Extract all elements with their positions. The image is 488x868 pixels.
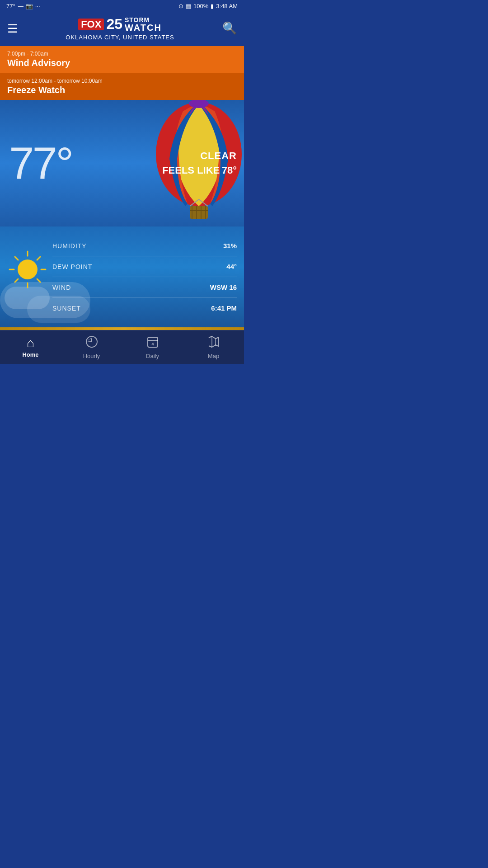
- more-icon: ···: [35, 3, 40, 9]
- sun-icon: [7, 236, 48, 290]
- status-bar: 77° ⸻ 📷 ··· ⊙ ▦ 100% ▮ 3:48 AM: [0, 0, 244, 12]
- sunset-row: SUNSET 6:41 PM: [52, 298, 237, 318]
- app-header: ☰ FOX 25 STORM WATCH OKLAHOMA CITY, UNIT…: [0, 12, 244, 46]
- map-icon: [207, 335, 221, 351]
- weather-main: 77° CLEAR FEELS LIKE 78°: [0, 100, 244, 226]
- wifi-icon: ⊙: [178, 3, 183, 9]
- wind-alert-title: Wind Advisory: [7, 58, 237, 68]
- feels-like-temp: 78°: [222, 165, 237, 176]
- nav-daily[interactable]: 4 Daily: [122, 335, 183, 359]
- temp-status: 77°: [6, 3, 15, 9]
- humidity-value: 31%: [223, 242, 237, 250]
- svg-line-15: [15, 257, 18, 260]
- photo-icon: 📷: [26, 3, 33, 9]
- hourly-icon: [85, 335, 99, 351]
- freeze-alert-title: Freeze Watch: [7, 85, 237, 95]
- freeze-watch-alert[interactable]: tomorrow 12:00am - tomorrow 10:00am Free…: [0, 73, 244, 100]
- status-right: ⊙ ▦ 100% ▮ 3:48 AM: [178, 3, 238, 9]
- wind-value: WSW 16: [210, 283, 237, 291]
- navigation-bar: ⌂ Home Hourly 4 Daily: [0, 330, 244, 364]
- signal-icon: ▦: [186, 3, 191, 9]
- hamburger-menu[interactable]: ☰: [7, 23, 18, 34]
- home-icon: ⌂: [27, 337, 34, 349]
- humidity-row: HUMIDITY 31%: [52, 236, 237, 256]
- battery-icon: ▮: [211, 3, 214, 9]
- nav-hourly[interactable]: Hourly: [61, 335, 122, 359]
- sunset-label: SUNSET: [52, 305, 81, 312]
- nav-home[interactable]: ⌂ Home: [0, 337, 61, 358]
- battery-label: 100%: [193, 3, 208, 9]
- map-label: Map: [208, 353, 219, 359]
- dewpoint-value: 44°: [226, 263, 237, 270]
- hourly-label: Hourly: [83, 353, 100, 359]
- location-label: OKLAHOMA CITY, UNITED STATES: [66, 34, 174, 41]
- time-display: 3:48 AM: [216, 3, 238, 9]
- wind-label: WIND: [52, 284, 71, 291]
- search-button[interactable]: 🔍: [222, 21, 237, 35]
- brand-number: 25: [106, 16, 122, 33]
- sunset-value: 6:41 PM: [211, 304, 237, 312]
- svg-line-17: [15, 279, 18, 282]
- details-panel: HUMIDITY 31% DEW POINT 44° WIND WSW 16 S…: [0, 226, 244, 327]
- daily-label: Daily: [146, 353, 159, 359]
- header-logo: FOX 25 STORM WATCH OKLAHOMA CITY, UNITED…: [66, 16, 174, 41]
- brand-stormwatch: STORM WATCH: [125, 17, 162, 32]
- nav-map[interactable]: Map: [183, 335, 244, 359]
- status-left: 77° ⸻ 📷 ···: [6, 3, 40, 9]
- home-label: Home: [22, 351, 38, 358]
- svg-text:4: 4: [151, 342, 154, 346]
- dewpoint-label: DEW POINT: [52, 263, 92, 270]
- wind-alert-time: 7:00pm - 7:00am: [7, 51, 237, 57]
- feels-like-display: FEELS LIKE 78°: [162, 165, 237, 176]
- dropbox-icon: ⸻: [18, 3, 23, 9]
- svg-rect-2: [190, 206, 208, 219]
- feels-like-label: FEELS LIKE: [162, 165, 220, 176]
- current-temp: 77°: [9, 141, 72, 186]
- humidity-label: HUMIDITY: [52, 242, 87, 250]
- daily-icon: 4: [146, 335, 160, 351]
- svg-point-10: [18, 259, 38, 279]
- details-table: HUMIDITY 31% DEW POINT 44° WIND WSW 16 S…: [52, 236, 237, 318]
- temperature-display: 77°: [0, 127, 81, 199]
- svg-line-18: [37, 279, 40, 282]
- freeze-alert-time: tomorrow 12:00am - tomorrow 10:00am: [7, 78, 237, 84]
- condition-section: CLEAR FEELS LIKE 78°: [162, 150, 237, 176]
- condition-label: CLEAR: [162, 150, 237, 162]
- dewpoint-row: DEW POINT 44°: [52, 256, 237, 277]
- wind-advisory-alert[interactable]: 7:00pm - 7:00am Wind Advisory: [0, 46, 244, 73]
- fox-label: FOX: [78, 19, 104, 30]
- wind-row: WIND WSW 16: [52, 277, 237, 298]
- svg-line-16: [37, 257, 40, 260]
